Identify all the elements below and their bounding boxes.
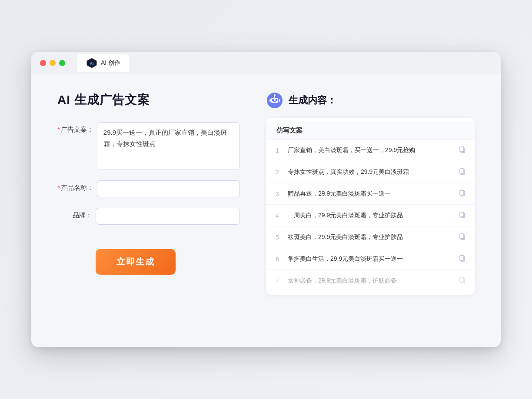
result-title: 生成内容：	[289, 94, 336, 107]
ai-tab-icon: AI	[86, 57, 97, 69]
result-list: 1厂家直销，美白淡斑霜，买一送一，29.9元抢购2专抹女性斑点，真实功效，29.…	[266, 140, 475, 291]
browser-tab[interactable]: AI AI 创作	[77, 54, 129, 72]
brand-input[interactable]: 好白	[96, 208, 240, 225]
titlebar: AI AI 创作	[31, 52, 501, 74]
copy-icon[interactable]	[459, 233, 466, 242]
result-table-header: 仿写文案	[266, 121, 475, 140]
result-item-number: 1	[273, 147, 282, 154]
svg-rect-22	[460, 256, 464, 260]
result-item: 2专抹女性斑点，真实功效，29.9元美白淡斑霜	[266, 161, 475, 183]
copy-icon[interactable]	[459, 211, 466, 220]
result-item: 3赠品再送，29.9元美白淡斑霜买一送一	[266, 183, 475, 205]
svg-point-5	[276, 99, 278, 101]
page-title: AI 生成广告文案	[57, 92, 240, 108]
browser-content: AI 生成广告文案 *广告文案： 29.9买一送一，真正的厂家直销，美白淡斑霜，…	[31, 74, 501, 312]
result-card: 仿写文案 1厂家直销，美白淡斑霜，买一送一，29.9元抢购2专抹女性斑点，真实功…	[266, 118, 475, 295]
result-item: 7女神必备，29.9元美白淡斑霜，护肤必备	[266, 270, 475, 291]
copy-icon[interactable]	[459, 276, 466, 285]
result-item-text: 女神必备，29.9元美白淡斑霜，护肤必备	[288, 276, 453, 285]
result-item-number: 6	[273, 256, 282, 263]
result-item-text: 祛斑美白，29.9元美白淡斑霜，专业护肤品	[288, 233, 453, 242]
copy-icon[interactable]	[459, 255, 466, 263]
traffic-lights	[40, 60, 65, 66]
result-item-text: 赠品再送，29.9元美白淡斑霜买一送一	[288, 189, 453, 198]
minimize-button[interactable]	[50, 60, 56, 66]
copy-icon[interactable]	[459, 146, 466, 155]
svg-rect-12	[460, 147, 464, 152]
right-panel: 生成内容： 仿写文案 1厂家直销，美白淡斑霜，买一送一，29.9元抢购2专抹女性…	[266, 92, 475, 295]
robot-icon	[266, 92, 283, 109]
copy-icon[interactable]	[459, 190, 466, 198]
result-item-text: 专抹女性斑点，真实功效，29.9元美白淡斑霜	[288, 167, 453, 176]
svg-text:AI: AI	[90, 61, 94, 66]
tab-label: AI 创作	[101, 59, 120, 67]
left-panel: AI 生成广告文案 *广告文案： 29.9买一送一，真正的厂家直销，美白淡斑霜，…	[57, 92, 240, 295]
ad-copy-group: *广告文案： 29.9买一送一，真正的厂家直销，美白淡斑霜，专抹女性斑点	[57, 122, 240, 170]
product-label: *产品名称：	[57, 180, 93, 192]
result-item-number: 4	[273, 212, 282, 219]
svg-point-8	[274, 94, 276, 96]
svg-rect-6	[273, 101, 276, 102]
svg-rect-18	[460, 212, 464, 217]
svg-rect-10	[279, 99, 280, 102]
result-item: 5祛斑美白，29.9元美白淡斑霜，专业护肤品	[266, 226, 475, 248]
result-item: 6掌握美白生活，29.9元美白淡斑霜买一送一	[266, 248, 475, 270]
maximize-button[interactable]	[59, 60, 65, 66]
product-name-group: *产品名称： 美白淡斑霜	[57, 180, 240, 197]
result-item-number: 3	[273, 190, 282, 197]
ad-label: *广告文案：	[57, 122, 93, 134]
result-item-text: 一周美白，29.9元美白淡斑霜，专业护肤品	[288, 211, 453, 220]
svg-rect-24	[460, 277, 464, 282]
browser-window: AI AI 创作 AI 生成广告文案 *广告文案： 29.9买一送一，真正的厂家…	[31, 52, 501, 347]
svg-rect-14	[460, 169, 464, 173]
result-item-text: 掌握美白生活，29.9元美白淡斑霜买一送一	[288, 254, 453, 263]
svg-rect-9	[269, 99, 271, 102]
svg-point-4	[272, 99, 274, 101]
result-item-number: 7	[273, 277, 282, 284]
result-header: 生成内容：	[266, 92, 475, 109]
svg-rect-16	[460, 190, 464, 195]
result-item: 1厂家直销，美白淡斑霜，买一送一，29.9元抢购	[266, 140, 475, 161]
copy-icon[interactable]	[459, 168, 466, 176]
svg-rect-20	[460, 234, 464, 239]
generate-button[interactable]: 立即生成	[96, 249, 176, 275]
product-name-input[interactable]: 美白淡斑霜	[97, 180, 240, 197]
result-item: 4一周美白，29.9元美白淡斑霜，专业护肤品	[266, 205, 475, 226]
ad-required-star: *	[57, 126, 60, 133]
brand-label: 品牌：	[57, 208, 92, 219]
result-item-number: 2	[273, 169, 282, 176]
brand-group: 品牌： 好白	[57, 208, 240, 225]
close-button[interactable]	[40, 60, 46, 66]
product-required-star: *	[57, 184, 60, 191]
ad-copy-input[interactable]: 29.9买一送一，真正的厂家直销，美白淡斑霜，专抹女性斑点	[97, 122, 240, 170]
result-item-text: 厂家直销，美白淡斑霜，买一送一，29.9元抢购	[288, 146, 453, 155]
result-item-number: 5	[273, 234, 282, 241]
